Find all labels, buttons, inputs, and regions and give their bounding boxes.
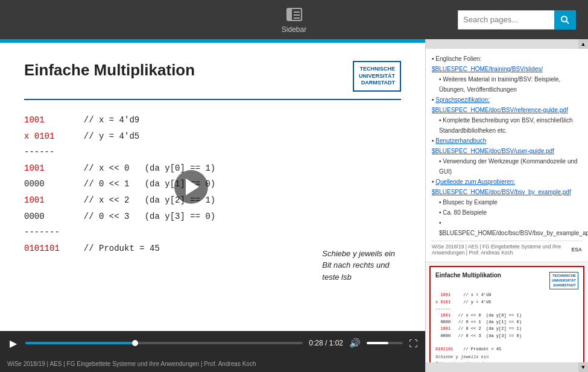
- sidebar-scroll[interactable]: • Englische Folien: $BLUESPEC_HOME/train…: [426, 49, 588, 362]
- thumb-inner-1: Einfache Multiplikation TECHNISCHE UNIVE…: [431, 267, 583, 362]
- link-slides[interactable]: $BLUESPEC_HOME/training/BSV/slides/: [432, 66, 543, 72]
- slide-title: Einfache Multiplikation: [24, 61, 195, 80]
- thumb1-title: Einfache Multiplikation: [435, 272, 501, 279]
- progress-bar[interactable]: [25, 342, 303, 344]
- time-display: 0:28 / 1:02: [309, 339, 343, 347]
- search-button[interactable]: [554, 10, 576, 30]
- svg-line-6: [566, 21, 569, 24]
- thumb1-code: 1001 // x = 4'd9 x 0101 // y = 4'd5 ----…: [435, 292, 578, 362]
- sidebar-label: Sidebar: [282, 25, 306, 34]
- scroll-up-button[interactable]: ▲: [578, 39, 588, 49]
- footer-bar: WiSe 2018/19 | AES | FG Eingebettete Sys…: [0, 355, 425, 372]
- link-manual[interactable]: Benutzerhandbuch $BLUESPEC_HOME/doc/BSV/…: [432, 137, 554, 154]
- fullscreen-button[interactable]: ⛶: [409, 338, 418, 348]
- footer-text: WiSe 2018/19 | AES | FG Eingebettete Sys…: [7, 361, 256, 367]
- thumb1-note: Schiebe y jeweils einBit nach rechts und…: [435, 354, 578, 362]
- volume-icon: 🔊: [349, 338, 361, 348]
- slide-body: 1001 x 0101 ------ 1001 0000 1001 0000 -…: [24, 112, 401, 256]
- search-area: [458, 10, 576, 30]
- svg-point-5: [561, 16, 567, 22]
- video-area: Einfache Multiplikation TECHNISCHE UNIVE…: [0, 39, 425, 372]
- link-example[interactable]: Quelleode zum Ausprobieren: $BLUESPEC_HO…: [432, 178, 571, 195]
- top-bar: Sidebar: [0, 0, 588, 39]
- sidebar-icon: [286, 6, 303, 23]
- play-triangle-icon: [186, 178, 199, 195]
- scroll-down-button[interactable]: ▼: [578, 362, 588, 372]
- slide-content: Einfache Multiplikation TECHNISCHE UNIVE…: [0, 43, 425, 331]
- volume-fill: [367, 342, 388, 344]
- progress-handle: [132, 340, 138, 346]
- video-controls: ▶ 0:28 / 1:02 🔊 ⛶: [0, 331, 425, 355]
- thumb1-tu-logo: TECHNISCHE UNIVERSITÄT DARMSTADT: [549, 272, 578, 289]
- thumbnail-card-1[interactable]: Einfache Multiplikation TECHNISCHE UNIVE…: [429, 266, 584, 362]
- resources-section: • Englische Folien: $BLUESPEC_HOME/train…: [426, 49, 588, 262]
- section-links: • Englische Folien: $BLUESPEC_HOME/train…: [432, 54, 582, 238]
- slide-header: Einfache Multiplikation TECHNISCHE UNIVE…: [24, 61, 401, 100]
- play-control-button[interactable]: ▶: [7, 338, 19, 349]
- tu-logo: TECHNISCHE UNIVERSITÄT DARMSTADT: [353, 61, 401, 92]
- scroll-top: ▲: [426, 39, 588, 49]
- play-button-overlay[interactable]: [174, 170, 208, 204]
- slide-note: Schiebe y jeweils einBit nach rechts und…: [322, 248, 395, 283]
- volume-bar[interactable]: [367, 342, 403, 344]
- sidebar-button[interactable]: Sidebar: [282, 6, 306, 34]
- svg-rect-1: [287, 8, 292, 20]
- search-icon: [560, 15, 570, 25]
- progress-fill: [25, 342, 135, 344]
- main-area: Einfache Multiplikation TECHNISCHE UNIVE…: [0, 39, 588, 372]
- link-spec[interactable]: Sprachspezifikation: $BLUESPEC_HOME/doc/…: [432, 96, 568, 113]
- section-footer: WiSe 2018/19 | AES | FG Eingebettete Sys…: [432, 241, 582, 257]
- scroll-bottom: ▼: [426, 362, 588, 372]
- sidebar-panel: ▲ • Englische Folien: $BLUESPEC_HOME/tra…: [425, 39, 588, 372]
- search-input[interactable]: [458, 10, 554, 30]
